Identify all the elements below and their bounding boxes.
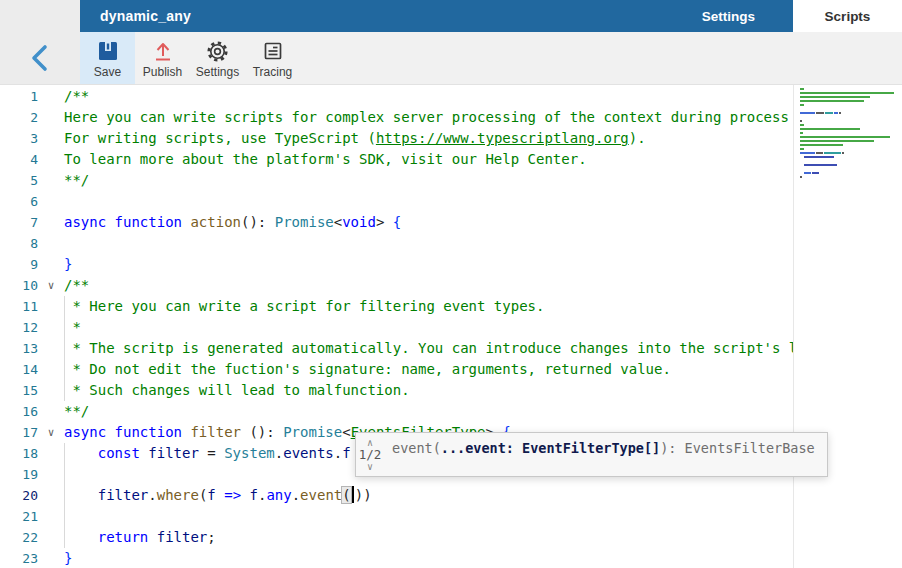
code-token: action [190, 214, 241, 230]
minimap-line [800, 144, 902, 146]
line-number: 21 [0, 506, 38, 527]
minimap-segment [816, 152, 823, 154]
code-line[interactable]: 14 * Do not edit the fuction's signature… [0, 359, 793, 380]
code-line[interactable]: 15 * Such changes will lead to malfuncti… [0, 380, 793, 401]
fold-gutter [38, 338, 64, 359]
minimap-line [800, 152, 902, 154]
minimap-segment [800, 124, 804, 126]
line-number: 4 [0, 149, 38, 170]
code-text: /** [64, 275, 793, 296]
header-left-spacer [0, 0, 80, 32]
code-line[interactable]: 1/** [0, 86, 793, 107]
minimap-segment [839, 112, 841, 114]
code-area[interactable]: 1/**2Here you can write scripts for comp… [0, 85, 793, 568]
chevron-down-icon[interactable]: ∨ [367, 462, 373, 472]
toolbar: Save Publish Settings [0, 32, 902, 85]
code-line[interactable]: 21 [0, 506, 793, 527]
gear-icon [206, 38, 229, 64]
code-text: **/ [64, 170, 793, 191]
code-line[interactable]: 6 [0, 191, 793, 212]
minimap-segment [824, 152, 841, 154]
code-line[interactable]: 5**/ [0, 170, 793, 191]
fold-gutter [38, 380, 64, 401]
minimap-line [800, 140, 902, 142]
code-line[interactable]: 22 return filter; [0, 527, 793, 548]
code-text: /** [64, 86, 793, 107]
code-line[interactable]: 4To learn more about the platform's SDK,… [0, 149, 793, 170]
code-token: )) [355, 487, 372, 503]
code-token: filter [148, 529, 207, 545]
code-line[interactable]: 2Here you can write scripts for complex … [0, 107, 793, 128]
code-token: const [98, 445, 140, 461]
code-line[interactable]: 20 filter.where(f => f.any.event()) [0, 485, 793, 506]
code-line[interactable]: 7async function action(): Promise<void> … [0, 212, 793, 233]
code-token: void [342, 214, 376, 230]
minimap-line [800, 100, 902, 102]
code-line[interactable]: 10∨/** [0, 275, 793, 296]
code-line[interactable]: 11 * Here you can write a script for fil… [0, 296, 793, 317]
code-token: f [250, 487, 258, 503]
minimap-segment [842, 152, 844, 154]
line-number: 2 [0, 107, 38, 128]
line-number: 23 [0, 548, 38, 568]
minimap-segment [800, 120, 802, 122]
publish-button[interactable]: Publish [135, 32, 190, 84]
code-token: System [224, 445, 275, 461]
line-number: 16 [0, 401, 38, 422]
minimap-segment [825, 112, 833, 114]
save-button[interactable]: Save [80, 32, 135, 84]
tracing-button[interactable]: Tracing [245, 32, 300, 84]
settings-button[interactable]: Settings [190, 32, 245, 84]
code-token: . [292, 487, 300, 503]
fold-gutter [38, 401, 64, 422]
code-line[interactable]: 16**/ [0, 401, 793, 422]
fold-gutter [38, 527, 64, 548]
minimap-segment [800, 88, 804, 90]
minimap-line [800, 164, 902, 166]
line-number: 14 [0, 359, 38, 380]
minimap-segment [804, 164, 837, 166]
line-number: 10 [0, 275, 38, 296]
tab-scripts[interactable]: Scripts [793, 0, 902, 32]
code-token: < [334, 214, 342, 230]
fold-chevron-icon[interactable]: ∨ [38, 275, 64, 296]
code-line[interactable]: 23} [0, 548, 793, 568]
fold-chevron-icon[interactable]: ∨ [38, 422, 64, 443]
code-token: = [199, 445, 224, 461]
code-token: => [224, 487, 241, 503]
code-text: To learn more about the platform's SDK, … [64, 149, 793, 170]
code-line[interactable]: 9} [0, 254, 793, 275]
tab-settings[interactable]: Settings [702, 9, 755, 24]
code-line[interactable]: 8 [0, 233, 793, 254]
fold-gutter [38, 191, 64, 212]
minimap-segment [800, 136, 890, 138]
minimap[interactable] [793, 85, 902, 568]
minimap-segment [800, 152, 815, 154]
minimap-line [800, 176, 902, 178]
parameter-hints-tooltip: ∧ 1/2 ∨ event(...event: EventFilterType[… [355, 432, 828, 477]
line-number: 18 [0, 443, 38, 464]
fold-gutter [38, 443, 64, 464]
code-token: For writing scripts, use TypeScript ( [64, 130, 376, 146]
code-line[interactable]: 12 * [0, 317, 793, 338]
code-token: events [283, 445, 334, 461]
chevron-up-icon[interactable]: ∧ [367, 438, 373, 448]
fold-gutter [38, 170, 64, 191]
code-token: ; [207, 529, 215, 545]
minimap-segment [812, 172, 819, 174]
code-text: async function action(): Promise<void> { [64, 212, 793, 233]
line-number: 5 [0, 170, 38, 191]
minimap-segment [800, 176, 802, 178]
code-editor: 1/**2Here you can write scripts for comp… [0, 85, 902, 568]
minimap-line [800, 128, 902, 130]
code-line[interactable]: 13 * The scritp is generated automatical… [0, 338, 793, 359]
code-line[interactable]: 3For writing scripts, use TypeScript (ht… [0, 128, 793, 149]
fold-gutter [38, 359, 64, 380]
code-token [64, 487, 98, 503]
code-token [64, 445, 98, 461]
code-token: . [275, 445, 283, 461]
code-token: * Such changes will lead to malfunction. [64, 382, 410, 398]
line-number: 22 [0, 527, 38, 548]
back-button[interactable] [0, 32, 80, 84]
code-token: * Here you can write a script for filter… [64, 298, 544, 314]
